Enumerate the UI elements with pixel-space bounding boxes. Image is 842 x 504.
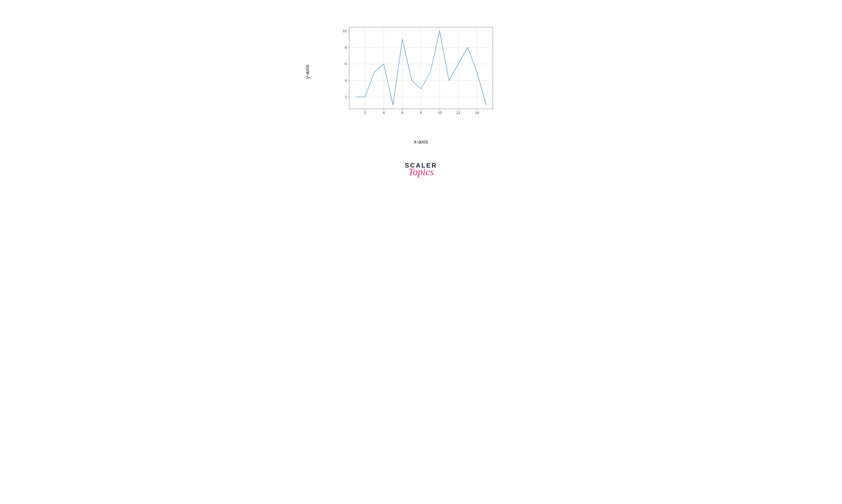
x-tick-label: 6 <box>401 110 404 114</box>
x-tick-label: 8 <box>420 110 422 114</box>
y-tick-label: 8 <box>345 45 347 50</box>
chart-container: y-axis 2468101214246810 <box>317 25 500 119</box>
y-tick-label: 2 <box>345 95 347 99</box>
y-axis-label: y-axis <box>304 65 310 79</box>
x-tick-label: 2 <box>364 110 366 114</box>
line-chart: 2468101214246810 <box>349 27 493 109</box>
y-tick-label: 10 <box>342 29 347 33</box>
x-tick-label: 10 <box>437 110 442 114</box>
x-tick-label: 14 <box>475 110 479 114</box>
page: y-axis 2468101214246810 x-axis SCALER To… <box>248 0 594 208</box>
plot-area: 2468101214246810 <box>349 27 493 109</box>
x-tick-label: 4 <box>382 110 384 114</box>
x-tick-label: 12 <box>456 110 460 114</box>
y-tick-label: 6 <box>345 61 347 66</box>
logo-word-topics: Topics <box>405 167 437 177</box>
x-axis-label: x-axis <box>414 139 428 145</box>
y-tick-label: 4 <box>345 78 347 83</box>
scaler-topics-logo: SCALER Topics <box>405 162 437 177</box>
